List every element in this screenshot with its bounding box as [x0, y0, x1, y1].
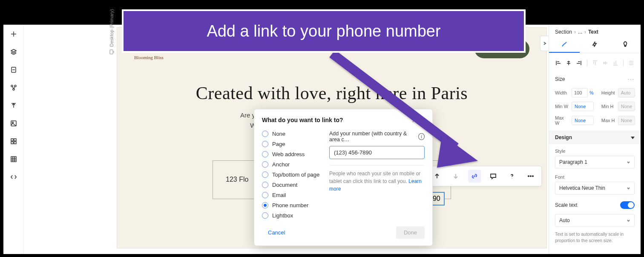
hero-heading[interactable]: Created with love, right here in Paris [134, 83, 529, 103]
panel-collapse-toggle[interactable] [540, 36, 549, 51]
align-top-icon[interactable] [590, 58, 599, 68]
scale-mode-select[interactable]: Auto [555, 214, 635, 227]
scale-text-label: Scale text [555, 202, 578, 208]
height-field[interactable]: HeightAuto [601, 88, 635, 97]
style-label: Style [555, 148, 635, 154]
media-icon[interactable] [10, 120, 17, 128]
svg-point-15 [532, 176, 533, 177]
data-icon[interactable] [10, 156, 17, 164]
radio-web[interactable]: Web address [262, 151, 322, 157]
svg-rect-7 [14, 139, 16, 141]
radio-topbottom[interactable]: Top/bottom of page [262, 171, 322, 178]
scale-hint: Text is set to automatically scale in pr… [549, 228, 641, 248]
design-section-head[interactable]: Design [549, 131, 641, 144]
maxh-field[interactable]: Max HNone [601, 115, 635, 126]
tab-ideas[interactable] [610, 37, 641, 53]
logo-text: Blooming Bliss [134, 55, 164, 60]
link-dialog: What do you want to link to? ? ✕ None Pa… [254, 109, 433, 246]
text-tool-icon[interactable] [10, 102, 17, 111]
maxw-field[interactable]: Max WNone [555, 115, 594, 126]
align-center-icon[interactable] [564, 58, 573, 68]
tab-interactions[interactable] [580, 37, 610, 53]
svg-rect-8 [11, 142, 13, 144]
tutorial-banner: Add a link to your phone number [122, 9, 526, 53]
breadcrumb[interactable]: Section› ...› Text [549, 25, 641, 37]
link-icon[interactable] [468, 170, 481, 183]
minw-field[interactable]: Min WNone [555, 102, 594, 111]
radio-page[interactable]: Page [262, 141, 322, 147]
dialog-help-icon[interactable]: ? [411, 116, 415, 124]
inspector-panel: Section› ...› Text Size··· Width100% Hei… [549, 25, 641, 254]
svg-rect-6 [11, 139, 13, 141]
canvas-area: Desktop (Primary) Blooming Bliss Hom Con… [24, 25, 549, 254]
info-icon[interactable]: i [418, 133, 425, 140]
svg-rect-9 [14, 142, 16, 144]
svg-rect-10 [11, 157, 16, 162]
device-label[interactable]: Desktop (Primary) [109, 9, 114, 54]
width-field[interactable]: Width100% [555, 88, 594, 97]
svg-point-5 [12, 122, 13, 123]
help-text: People who reach your site on mobile or … [329, 170, 425, 193]
align-left-icon[interactable] [554, 58, 563, 68]
align-bottom-icon[interactable] [611, 58, 620, 68]
done-button[interactable]: Done [396, 226, 425, 239]
font-select[interactable]: Helvetica Neue Thin [555, 182, 635, 194]
divider [329, 165, 425, 166]
cancel-button[interactable]: Cancel [262, 226, 291, 239]
svg-rect-11 [110, 50, 113, 54]
font-label: Font [555, 174, 635, 180]
tab-design[interactable] [549, 37, 580, 53]
comment-icon[interactable] [487, 170, 500, 183]
arrow-down-icon[interactable] [449, 170, 462, 183]
left-tool-rail [3, 25, 24, 254]
svg-point-14 [530, 176, 531, 177]
more-icon[interactable] [524, 170, 537, 183]
code-icon[interactable] [10, 174, 17, 182]
minh-field[interactable]: Min HNone [601, 102, 635, 111]
size-section-head[interactable]: Size··· [549, 73, 641, 86]
phone-input-label: Add your number (with country & area c… … [329, 131, 425, 143]
align-right-icon[interactable] [575, 58, 583, 68]
dialog-title: What do you want to link to? [262, 117, 343, 123]
style-select[interactable]: Paragraph 1 [555, 156, 635, 168]
radio-none[interactable]: None [262, 131, 322, 137]
help-icon[interactable] [506, 170, 518, 183]
scale-text-toggle[interactable] [620, 201, 635, 209]
radio-lightbox[interactable]: Lightbox [262, 212, 322, 219]
page-icon[interactable] [10, 66, 17, 75]
link-type-list: None Page Web address Anchor Top/bottom … [262, 131, 322, 219]
align-middle-icon[interactable] [601, 58, 610, 68]
layers-icon[interactable] [10, 49, 17, 57]
panel-tabs [549, 37, 641, 53]
add-icon[interactable] [10, 31, 17, 39]
apps-icon[interactable] [10, 138, 17, 146]
radio-document[interactable]: Document [262, 182, 322, 188]
radio-email[interactable]: Email [262, 192, 322, 198]
alignment-row [549, 53, 641, 73]
connect-icon[interactable] [10, 84, 17, 93]
svg-point-13 [528, 176, 529, 177]
phone-input[interactable] [329, 146, 425, 159]
radio-phone[interactable]: Phone number [262, 202, 322, 208]
radio-anchor[interactable]: Anchor [262, 161, 322, 168]
align-justify-icon[interactable] [627, 58, 635, 68]
